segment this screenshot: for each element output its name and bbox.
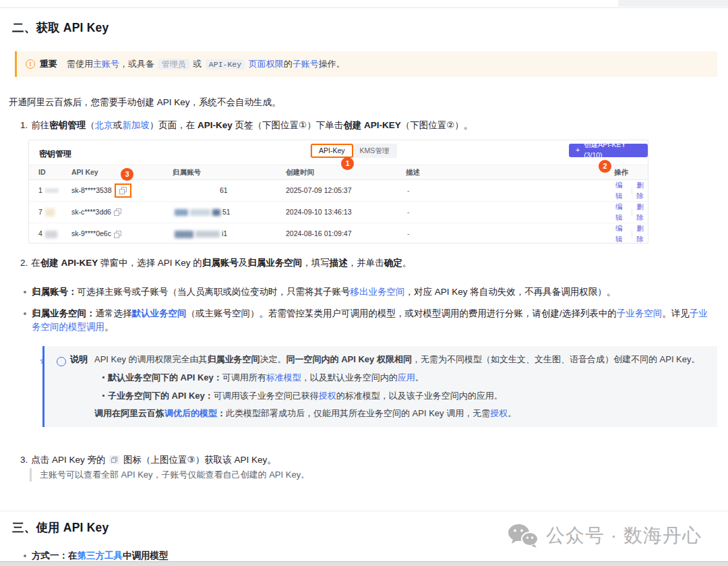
link-authorization[interactable]: 授权	[319, 391, 336, 401]
copy-icon[interactable]	[119, 187, 127, 194]
section-divider	[0, 511, 728, 511]
cell-api-key: sk-9****0e6c	[71, 229, 173, 239]
column-header-id: ID	[38, 167, 71, 178]
table-row: 7 sk-c****3dd6 51 2024-09-10 13:46:13 - …	[29, 202, 648, 223]
cell-actions: 编辑 删除	[604, 202, 648, 223]
text-segment: （下图位置②）。	[401, 120, 473, 130]
cell-desc: -	[406, 207, 604, 218]
text-segment: 同一空间内的 API Key 权限相同	[286, 354, 412, 364]
link-authorization-2[interactable]: 授权	[490, 408, 508, 418]
link-finetuned-models[interactable]: 调优后的模型	[164, 408, 217, 418]
note-finetuned-line: 调用在阿里云百炼调优后的模型：此类模型部署成功后，仅能用其所在业务空间的 API…	[57, 406, 706, 420]
table-row: 4 sk-9****0e6c i1 2024-08-16 01:09:47 - …	[29, 223, 648, 245]
text-segment: 可调用所有	[222, 372, 266, 383]
text-segment: ，对应 API Key 将自动失效，不再具备调用权限）。	[405, 287, 616, 297]
account-suffix: i1	[222, 229, 227, 239]
edit-link[interactable]: 编辑	[615, 202, 627, 223]
create-api-key-button-label: 创建API-KEY (3/10)	[584, 140, 641, 161]
text-segment: 创建 API-KEY	[40, 258, 98, 268]
link-singapore[interactable]: 新加坡	[122, 120, 150, 130]
text-segment: 图标（上图位置③）获取该 API Key。	[121, 455, 276, 465]
create-api-key-button[interactable]: + 创建API-KEY (3/10)	[569, 144, 648, 157]
text-segment: 及	[239, 258, 248, 268]
cell-created: 2024-09-10 13:46:13	[286, 207, 406, 218]
text-segment: 页签（下图位置①）下单击	[233, 120, 343, 130]
text-segment: 弹窗中，选择 API Key 的	[98, 258, 202, 268]
bottom-ui-fragment	[0, 561, 728, 566]
step-number: 1.	[20, 119, 28, 132]
link-applications[interactable]: 应用	[398, 372, 415, 383]
edit-link[interactable]: 编辑	[615, 180, 627, 202]
text-segment: 。	[104, 322, 114, 332]
cell-desc: -	[406, 229, 604, 239]
bullet-account: 归属账号：可选择主账号或子账号（当人员离职或岗位变动时，只需将其子账号移出业务空…	[24, 285, 714, 299]
note-sub-bullet-default: 默认业务空间下的 API Key：可调用所有标准模型，以及默认业务空间内的应用。	[57, 370, 706, 385]
step-3: 3. 点击 API Key 旁的 图标（上图位置③）获取该 API Key。	[20, 453, 715, 467]
cell-actions: 编辑 删除	[604, 223, 648, 245]
delete-link[interactable]: 删除	[636, 223, 648, 245]
link-sub-account[interactable]: 子账号	[293, 59, 319, 69]
bullet-marker	[24, 312, 26, 315]
cell-id: 7	[38, 207, 71, 218]
text-segment: 点击 API Key 旁的	[31, 455, 108, 465]
link-beijing[interactable]: 北京	[95, 120, 113, 130]
link-sub-workspace[interactable]: 子业务空间	[617, 308, 663, 318]
note-sub-bullet-subspace: 子业务空间下的 API Key：可调用该子业务空间已获得授权的标准模型，以及该子…	[57, 389, 706, 403]
text-segment: 。	[508, 408, 516, 418]
bullet-workspace-text: 归属业务空间：通常选择默认业务空间（或主账号空间）。若需管控某类用户可调用的模型…	[32, 307, 715, 335]
table-row: 1 sk-8****3538 61 2025-07-09 12:05:37 - …	[29, 180, 648, 202]
important-label: 重要	[40, 57, 57, 71]
link-third-party-tools[interactable]: 第三方工具	[78, 550, 123, 561]
cell-created: 2024-08-16 01:09:47	[286, 229, 406, 239]
redacted-blob	[190, 209, 210, 216]
question-icon: ?	[57, 357, 66, 366]
redacted-blob	[45, 231, 57, 238]
link-remove-from-workspace[interactable]: 移出业务空间	[351, 287, 405, 297]
copy-icon[interactable]	[114, 208, 121, 216]
annotation-badge-2: 2	[599, 160, 611, 173]
id-text: 4	[38, 229, 42, 239]
important-callout: ! 重要 需使用主账号，或具备 管理员 或 API-Key 页面权限的子账号操作…	[15, 51, 717, 77]
delete-link[interactable]: 删除	[636, 180, 648, 202]
bullet-marker	[24, 291, 26, 293]
text-segment: 创建 API-KEY	[343, 120, 401, 130]
cell-actions: 编辑 删除	[604, 180, 648, 202]
copy-icon[interactable]	[114, 231, 121, 238]
tab-api-key[interactable]: API-Key	[311, 144, 353, 159]
text-segment: 。	[402, 258, 412, 268]
text-segment: 或	[191, 59, 204, 69]
link-standard-models[interactable]: 标准模型	[266, 372, 301, 383]
account-suffix: 61	[220, 186, 228, 196]
watermark-text: 公众号 · 数海丹心	[546, 521, 702, 550]
copy-icon[interactable]	[109, 455, 119, 464]
text-segment: 的标准模型，以及该子业务空间内的应用。	[336, 391, 503, 401]
text-segment: 中调用模型	[123, 550, 169, 561]
tab-kms[interactable]: KMS管理	[353, 145, 396, 157]
text-segment: 默认业务空间下的 API Key：	[108, 372, 222, 383]
redacted-blob	[45, 188, 59, 193]
annotation-highlight-box	[115, 183, 131, 198]
link-main-account[interactable]: 主账号	[93, 59, 119, 69]
text-segment: （	[86, 120, 95, 130]
text-segment: 可调用该子业务空间已获得	[214, 391, 319, 401]
step-3-text: 点击 API Key 旁的 图标（上图位置③）获取该 API Key。	[31, 453, 276, 467]
delete-link[interactable]: 删除	[636, 202, 648, 223]
text-segment: 描述	[330, 258, 348, 268]
text-segment: 归属账号	[202, 258, 239, 268]
link-page-permission[interactable]: 页面权限	[249, 59, 284, 69]
api-key-text: sk-9****0e6c	[71, 229, 111, 239]
edit-link[interactable]: 编辑	[615, 223, 627, 245]
bullet-workspace: 归属业务空间：通常选择默认业务空间（或主账号空间）。若需管控某类用户可调用的模型…	[24, 307, 715, 335]
text-segment: ，或具备	[119, 59, 157, 69]
cell-desc: -	[406, 186, 604, 196]
note-callout: ?说明API Key 的调用权限完全由其归属业务空间决定。同一空间内的 API …	[42, 346, 717, 427]
tag-admin: 管理员	[158, 59, 189, 69]
text-segment: API Key 的调用权限完全由其	[94, 354, 208, 364]
column-header-account: 归属账号	[173, 167, 286, 178]
link-default-workspace[interactable]: 默认业务空间	[132, 308, 187, 318]
cell-id: 4	[38, 229, 71, 239]
account-suffix: 51	[222, 207, 231, 218]
step-1-text: 前往密钥管理（北京或新加坡）页面，在 API-Key 页签（下图位置①）下单击创…	[31, 119, 473, 132]
redacted-blob	[212, 209, 220, 216]
text-segment: 调用在阿里云百炼	[94, 408, 164, 418]
